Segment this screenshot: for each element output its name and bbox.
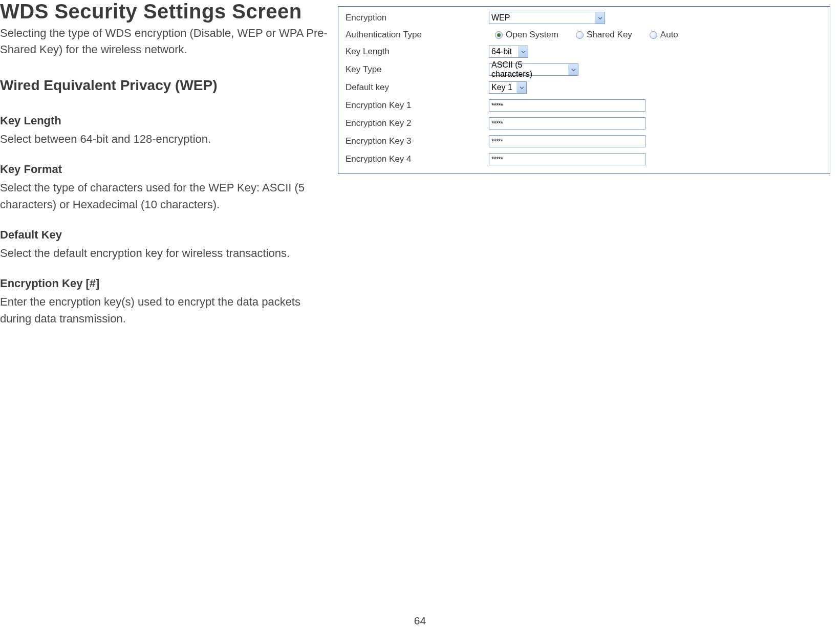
auth-type-label: Authentication Type (346, 30, 489, 40)
auth-auto-label: Auto (660, 30, 678, 40)
field-desc-default-key: Select the default encryption key for wi… (0, 245, 328, 262)
auth-open-system-radio[interactable]: Open System (495, 30, 558, 40)
key-length-select[interactable]: 64-bit (489, 46, 528, 58)
key-type-label: Key Type (346, 64, 489, 75)
enc-key-2-label: Encryption Key 2 (346, 118, 489, 128)
enc-key-1-input[interactable] (489, 99, 645, 112)
enc-key-3-input[interactable] (489, 135, 645, 147)
auth-shared-key-label: Shared Key (587, 30, 632, 40)
field-desc-key-format: Select the type of characters used for t… (0, 179, 328, 213)
radio-icon (650, 31, 657, 39)
enc-key-3-label: Encryption Key 3 (346, 136, 489, 146)
chevron-down-icon (516, 82, 526, 93)
encryption-select[interactable]: WEP (489, 12, 605, 24)
page-title: WDS Security Settings Screen (0, 0, 328, 23)
key-length-label: Key Length (346, 47, 489, 57)
auth-open-system-label: Open System (506, 30, 558, 40)
default-key-select-value: Key 1 (491, 83, 513, 92)
radio-icon (576, 31, 584, 39)
section-heading-wep: Wired Equivalent Privacy (WEP) (0, 77, 328, 94)
key-type-select[interactable]: ASCII (5 characters) (489, 63, 578, 76)
enc-key-1-label: Encryption Key 1 (346, 100, 489, 111)
enc-key-4-input[interactable] (489, 153, 645, 165)
radio-icon (495, 31, 503, 39)
auth-shared-key-radio[interactable]: Shared Key (576, 30, 632, 40)
default-key-label: Default key (346, 82, 489, 93)
default-key-select[interactable]: Key 1 (489, 81, 527, 94)
chevron-down-icon (595, 12, 605, 24)
field-title-encryption-key: Encryption Key [#] (0, 277, 328, 290)
encryption-select-value: WEP (491, 13, 592, 23)
page-intro: Selecting the type of WDS encryption (Di… (0, 25, 328, 58)
key-length-select-value: 64-bit (491, 47, 515, 56)
field-title-key-length: Key Length (0, 114, 328, 127)
field-desc-encryption-key: Enter the encryption key(s) used to encr… (0, 293, 328, 327)
chevron-down-icon (568, 64, 578, 75)
enc-key-2-input[interactable] (489, 117, 645, 129)
field-desc-key-length: Select between 64-bit and 128-encryption… (0, 131, 328, 147)
settings-panel: Encryption WEP Authentication Type Open … (338, 6, 830, 174)
page-number: 64 (0, 615, 840, 627)
chevron-down-icon (518, 46, 528, 57)
field-title-key-format: Key Format (0, 163, 328, 176)
encryption-label: Encryption (346, 13, 489, 23)
key-type-select-value: ASCII (5 characters) (491, 60, 565, 79)
auth-auto-radio[interactable]: Auto (650, 30, 678, 40)
enc-key-4-label: Encryption Key 4 (346, 154, 489, 164)
field-title-default-key: Default Key (0, 228, 328, 242)
